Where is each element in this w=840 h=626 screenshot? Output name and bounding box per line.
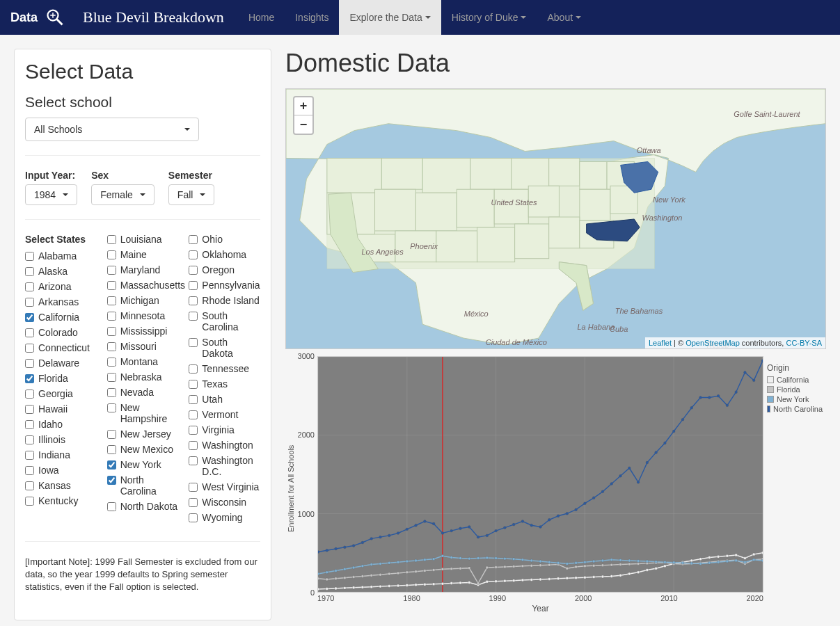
zoom-out-button[interactable]: −: [294, 115, 312, 134]
state-checkbox-input[interactable]: [25, 252, 34, 261]
state-checkbox[interactable]: Maryland: [107, 264, 179, 275]
state-checkbox[interactable]: Nevada: [107, 387, 179, 398]
state-checkbox[interactable]: North Dakota: [107, 501, 179, 512]
state-checkbox-input[interactable]: [107, 250, 116, 259]
state-checkbox-input[interactable]: [189, 426, 198, 435]
state-checkbox-input[interactable]: [25, 359, 34, 368]
state-checkbox-input[interactable]: [107, 358, 116, 367]
state-checkbox[interactable]: Kentucky: [25, 495, 97, 506]
state-checkbox-input[interactable]: [107, 502, 116, 511]
state-checkbox-input[interactable]: [25, 497, 34, 506]
state-checkbox-input[interactable]: [107, 296, 116, 305]
state-checkbox-input[interactable]: [189, 312, 198, 321]
state-checkbox-input[interactable]: [107, 266, 116, 275]
state-checkbox[interactable]: California: [25, 312, 97, 323]
state-checkbox-input[interactable]: [189, 380, 198, 389]
state-checkbox[interactable]: Kansas: [25, 480, 97, 491]
state-checkbox-input[interactable]: [107, 445, 116, 454]
year-select[interactable]: 1984: [25, 184, 77, 205]
nav-home[interactable]: Home: [238, 0, 285, 35]
state-checkbox-input[interactable]: [25, 282, 34, 291]
state-checkbox-input[interactable]: [25, 451, 34, 460]
state-checkbox[interactable]: Arkansas: [25, 296, 97, 307]
state-checkbox-input[interactable]: [25, 344, 34, 353]
state-checkbox-input[interactable]: [107, 235, 116, 244]
state-checkbox[interactable]: Washington: [189, 440, 260, 451]
state-checkbox-input[interactable]: [25, 313, 34, 322]
state-checkbox-input[interactable]: [189, 266, 198, 275]
state-checkbox[interactable]: Tennessee: [189, 363, 260, 374]
state-checkbox-input[interactable]: [107, 281, 116, 290]
state-checkbox-input[interactable]: [25, 298, 34, 307]
state-checkbox-input[interactable]: [189, 281, 198, 290]
state-checkbox[interactable]: Indiana: [25, 449, 97, 460]
state-checkbox[interactable]: Louisiana: [107, 234, 179, 245]
state-checkbox[interactable]: Alaska: [25, 266, 97, 277]
state-checkbox[interactable]: New Mexico: [107, 444, 179, 455]
nav-explore[interactable]: Explore the Data: [339, 0, 441, 35]
state-checkbox[interactable]: Oklahoma: [189, 249, 260, 260]
state-checkbox[interactable]: Georgia: [25, 388, 97, 399]
state-checkbox-input[interactable]: [189, 498, 198, 507]
state-checkbox[interactable]: Colorado: [25, 327, 97, 338]
state-checkbox-input[interactable]: [189, 513, 198, 522]
state-checkbox[interactable]: Wyoming: [189, 512, 260, 523]
state-checkbox-input[interactable]: [107, 373, 116, 382]
state-checkbox-input[interactable]: [25, 267, 34, 276]
state-checkbox-input[interactable]: [107, 460, 116, 470]
state-checkbox-input[interactable]: [189, 483, 198, 492]
state-checkbox-input[interactable]: [189, 364, 198, 374]
state-checkbox[interactable]: South Dakota: [189, 337, 260, 359]
leaflet-link[interactable]: Leaflet: [649, 339, 672, 347]
state-checkbox-input[interactable]: [107, 312, 116, 321]
state-checkbox[interactable]: Pennsylvania: [189, 280, 260, 291]
state-checkbox[interactable]: Washington D.C.: [189, 455, 260, 477]
state-checkbox-input[interactable]: [189, 441, 198, 450]
sex-select[interactable]: Female: [91, 184, 154, 205]
nav-about[interactable]: About: [537, 0, 592, 35]
state-checkbox[interactable]: Ohio: [189, 234, 260, 245]
state-checkbox[interactable]: New York: [107, 459, 179, 470]
state-checkbox[interactable]: Hawaii: [25, 403, 97, 415]
state-checkbox[interactable]: North Carolina: [107, 474, 179, 497]
state-checkbox[interactable]: Iowa: [25, 465, 97, 476]
state-checkbox-input[interactable]: [25, 481, 34, 490]
state-checkbox[interactable]: Wisconsin: [189, 497, 260, 508]
state-checkbox-input[interactable]: [107, 342, 116, 351]
state-checkbox[interactable]: Michigan: [107, 295, 179, 306]
state-checkbox[interactable]: Illinois: [25, 434, 97, 445]
state-checkbox-input[interactable]: [107, 403, 116, 412]
state-checkbox-input[interactable]: [189, 395, 198, 404]
state-checkbox[interactable]: Alabama: [25, 250, 97, 262]
semester-select[interactable]: Fall: [168, 184, 215, 205]
state-checkbox[interactable]: Virginia: [189, 424, 260, 435]
state-checkbox-input[interactable]: [25, 435, 34, 444]
state-checkbox[interactable]: Nebraska: [107, 371, 179, 383]
state-checkbox-input[interactable]: [107, 327, 116, 336]
state-checkbox[interactable]: Rhode Island: [189, 295, 260, 306]
state-checkbox[interactable]: Vermont: [189, 409, 260, 420]
osm-link[interactable]: OpenStreetMap: [686, 339, 740, 347]
state-checkbox[interactable]: Mississippi: [107, 326, 179, 337]
state-checkbox[interactable]: New Hampshire: [107, 402, 179, 424]
cc-link[interactable]: CC-BY-SA: [786, 339, 822, 347]
state-checkbox-input[interactable]: [189, 250, 198, 259]
state-checkbox-input[interactable]: [107, 476, 116, 485]
state-checkbox[interactable]: Missouri: [107, 341, 179, 352]
state-checkbox[interactable]: Maine: [107, 249, 179, 260]
nav-history[interactable]: History of Duke: [441, 0, 537, 35]
state-checkbox-input[interactable]: [25, 374, 34, 383]
school-select[interactable]: All Schools: [25, 118, 199, 141]
state-checkbox[interactable]: Idaho: [25, 419, 97, 430]
state-checkbox[interactable]: Arizona: [25, 281, 97, 292]
state-checkbox[interactable]: Massachusetts: [107, 280, 179, 291]
state-checkbox-input[interactable]: [25, 390, 34, 399]
state-checkbox[interactable]: Montana: [107, 356, 179, 367]
state-checkbox[interactable]: Delaware: [25, 358, 97, 369]
nav-insights[interactable]: Insights: [285, 0, 339, 35]
state-checkbox-input[interactable]: [189, 235, 198, 244]
leaflet-map[interactable]: + − OttawaNew YorkWashingtonUnited State…: [285, 88, 826, 349]
state-checkbox-input[interactable]: [107, 430, 116, 439]
plot-area[interactable]: [317, 356, 763, 593]
state-checkbox-input[interactable]: [189, 338, 198, 347]
